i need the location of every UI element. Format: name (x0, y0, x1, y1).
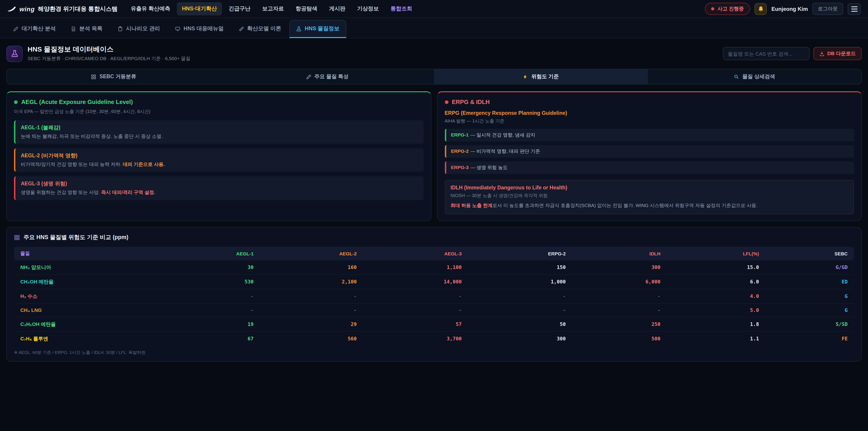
notification-bell-button[interactable] (755, 3, 767, 15)
subtab-dispersion-analysis[interactable]: 대기확산 분석 (6, 20, 63, 38)
lfl-cell: 6.0 (667, 275, 765, 289)
aegl-level-name: AEGL-2 (비가역적 영향) (21, 152, 418, 159)
lfl-cell: 1.1 (667, 332, 765, 346)
db-download-button[interactable]: DB 다운로드 (813, 47, 862, 60)
table-header: 물질 AEGL-1 AEGL-2 AEGL-3 ERPG-2 IDLH LFL(… (14, 247, 854, 260)
main-nav: 유출유 확산예측 HNS·대기확산 긴급구난 보고자료 항공탐색 게시판 기상정… (126, 2, 417, 16)
erpg2-value: - (563, 307, 565, 313)
logout-button[interactable]: 로그아웃 (812, 3, 843, 15)
aegl3-value: 14,000 (444, 279, 462, 285)
subtab-label: 분석 목록 (79, 25, 103, 33)
erpg2-cell: 300 (468, 332, 572, 346)
idlh-value: - (657, 294, 660, 299)
nav-item-board[interactable]: 게시판 (324, 2, 350, 16)
substance-cell: C₇H₈ 톨루엔 (14, 332, 157, 346)
substance-name: H₂ 수소 (20, 294, 37, 299)
tab-sebc-classification[interactable]: SEBC 거동분류 (7, 69, 220, 84)
sebc-cell: G (765, 289, 854, 304)
aegl1-value: 19 (248, 321, 254, 327)
subtab-analysis-list[interactable]: 분석 목록 (64, 20, 110, 38)
nav-item-hns-dispersion[interactable]: HNS·대기확산 (177, 2, 222, 16)
tab-risk-criteria[interactable]: 위험도 기준 (434, 69, 648, 84)
aegl-level-name: AEGL-3 (생명 위험) (21, 181, 418, 187)
hns-risk-table: 물질 AEGL-1 AEGL-2 AEGL-3 ERPG-2 IDLH LFL(… (14, 247, 854, 346)
aegl2-value: - (354, 307, 357, 313)
subtab-label: 확산모델 이론 (247, 25, 281, 33)
idlh-value: - (657, 307, 660, 313)
aegl1-cell: - (157, 289, 260, 304)
aegl3-cell: 1,100 (363, 260, 468, 275)
nav-item-weather[interactable]: 기상정보 (352, 2, 384, 16)
erpg2-cell: 50 (468, 317, 572, 332)
nav-item-rescue[interactable]: 긴급구난 (224, 2, 255, 16)
wing-logo-icon (7, 6, 16, 12)
sebc-class: ED (842, 279, 848, 285)
aegl1-cell: 67 (157, 332, 260, 346)
aegl1-value: 530 (245, 279, 254, 285)
app-root: wing 해양환경 위기대응 통합시스템 유출유 확산예측 HNS·대기확산 긴… (0, 0, 868, 431)
erpg-block-title: ERPG (Emergency Response Planning Guidel… (445, 110, 854, 116)
substance-cell: CH₄ LNG (14, 304, 157, 317)
idlh-cell: 250 (572, 317, 667, 332)
erpg-level-desc: — 일시적 건강 영향, 냄새 감지 (470, 132, 535, 137)
col-header-substance: 물질 (20, 250, 30, 256)
erpg2-cell: 150 (468, 260, 572, 275)
substance-name: NH₃ 암모니아 (20, 265, 51, 270)
erpg-level-1-row: ERPG-1— 일시적 건강 영향, 냄새 감지 (445, 129, 854, 142)
table-row[interactable]: CH₃OH 메탄올 530 2,100 14,000 1,000 6,000 6… (14, 275, 854, 289)
sebc-cell: G (765, 304, 854, 317)
nav-item-aerial-search[interactable]: 항공탐색 (291, 2, 322, 16)
substance-search-input[interactable] (723, 47, 810, 60)
table-row[interactable]: H₂ 수소 - - - - - 4.0 G (14, 289, 854, 304)
hamburger-menu-button[interactable] (848, 3, 861, 15)
subtab-hns-substance-info[interactable]: HNS 물질정보 (289, 20, 346, 38)
subtab-hns-manual[interactable]: HNS 대응매뉴얼 (168, 20, 230, 38)
subtab-label: 시나리오 관리 (126, 25, 160, 33)
aegl-panel: AEGL (Acute Exposure Guideline Level) 미국… (6, 91, 431, 221)
lfl-cell: 5.0 (667, 304, 765, 317)
page-header-text: HNS 물질정보 데이터베이스 SEBC 거동분류 · CHRIS/CAMEO … (28, 45, 191, 62)
nav-item-reports[interactable]: 보고자료 (257, 2, 289, 16)
aegl3-value: 1,100 (447, 265, 462, 270)
aegl2-value: 160 (348, 265, 357, 270)
table-row[interactable]: C₂H₅OH 에탄올 19 29 57 50 250 1.8 S/SD (14, 317, 854, 332)
aegl3-cell: - (363, 304, 468, 317)
nav-right-cluster: 사고 진행중 Eunjeong Kim 로그아웃 (705, 3, 861, 15)
sebc-cell: FE (765, 332, 854, 346)
table-row[interactable]: CH₄ LNG - - - - - 5.0 G (14, 304, 854, 317)
page-header-icon-box (6, 45, 23, 62)
subtab-dispersion-model-theory[interactable]: 확산모델 이론 (232, 20, 288, 38)
nav-item-integrated-search[interactable]: 통합조회 (385, 2, 417, 16)
brand[interactable]: wing 해양환경 위기대응 통합시스템 (7, 5, 118, 13)
idlh-value: 250 (651, 321, 660, 327)
erpg-panel-title: ERPG & IDLH (452, 98, 490, 105)
aegl3-value: - (459, 307, 462, 313)
incident-status-badge[interactable]: 사고 진행중 (705, 3, 750, 15)
lfl-cell: 15.0 (667, 260, 765, 275)
col-header-aegl3: AEGL-3 (444, 251, 462, 256)
aegl2-cell: 2,100 (260, 275, 363, 289)
criteria-panels: AEGL (Acute Exposure Guideline Level) 미국… (6, 91, 862, 221)
substance-name: CH₃OH 메탄올 (20, 279, 54, 284)
erpg-level-desc: — 생명 위험 농도 (470, 164, 508, 170)
subtab-scenario-management[interactable]: 시나리오 관리 (111, 20, 167, 38)
sebc-class: FE (842, 336, 848, 342)
erpg-level-name: ERPG-3 (451, 164, 469, 170)
nav-item-oil-spill[interactable]: 유출유 확산예측 (126, 2, 175, 16)
aegl3-value: 57 (456, 321, 462, 327)
lfl-value: 1.8 (750, 321, 759, 327)
header-actions: DB 다운로드 (723, 47, 862, 60)
table-row[interactable]: C₇H₈ 톨루엔 67 560 3,700 300 500 1.1 FE (14, 332, 854, 346)
idlh-cell: 500 (572, 332, 667, 346)
ruler-icon (239, 26, 244, 31)
tab-substance-properties[interactable]: 주요 물질 특성 (220, 69, 434, 84)
tab-substance-detail-search[interactable]: 물질 상세검색 (648, 69, 861, 84)
idlh-subtitle: NIOSH — 30분 노출 시 생명/건강에 즉각적 위험 (451, 192, 848, 199)
pencil-icon (13, 26, 19, 31)
section-tab-strip: SEBC 거동분류 주요 물질 특성 위험도 기준 물질 상세검색 (6, 69, 862, 85)
brand-title: 해양환경 위기대응 통합시스템 (38, 5, 118, 13)
subtab-bar: 대기확산 분석 분석 목록 시나리오 관리 HNS 대응매뉴얼 확산모델 이론 … (0, 18, 868, 38)
table-row[interactable]: NH₃ 암모니아 30 160 1,100 150 300 15.0 G/GD (14, 260, 854, 275)
erpg-block-subtitle: AIHA 발행 — 1시간 노출 기준 (445, 118, 854, 124)
aegl1-cell: 19 (157, 317, 260, 332)
